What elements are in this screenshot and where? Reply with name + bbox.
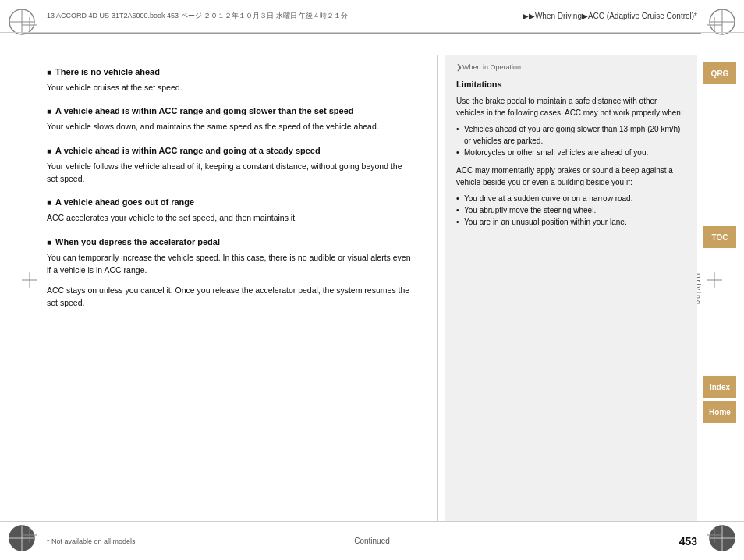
crosshair-left-middle [22, 272, 37, 288]
right-bullet-1-0: Vehicles ahead of you are going slower t… [456, 123, 686, 147]
page-header: 13 ACCORD 4D US-31T2A6000.book 453 ページ ２… [0, 0, 744, 33]
column-divider [437, 55, 438, 521]
section-out-of-range-title: A vehicle ahead goes out of range [47, 196, 413, 209]
right-mid-text: ACC may momentarily apply brakes or soun… [456, 165, 686, 188]
header-meta: 13 ACCORD 4D US-31T2A6000.book 453 ページ ２… [47, 11, 348, 21]
acc-note: ACC stays on unless you cancel it. Once … [47, 284, 413, 310]
section-steady-speed: A vehicle ahead is within ACC range and … [47, 144, 413, 186]
section-no-vehicle-body: Your vehicle cruises at the set speed. [47, 81, 413, 94]
section-slower-speed-title: A vehicle ahead is within ACC range and … [47, 105, 413, 118]
right-bullet-1-1: Motorcycles or other small vehicles are … [456, 147, 686, 158]
section-steady-speed-body: Your vehicle follows the vehicle ahead o… [47, 160, 413, 186]
section-no-vehicle-title: There is no vehicle ahead [47, 66, 413, 79]
sidebar-nav: QRG [703, 62, 744, 86]
section-out-of-range-body: ACC accelerates your vehicle to the set … [47, 211, 413, 224]
right-intro: Use the brake pedal to maintain a safe d… [456, 95, 686, 119]
sidebar-item-home[interactable]: Home [703, 401, 736, 423]
right-bullets-1: Vehicles ahead of you are going slower t… [456, 123, 686, 158]
right-bullets-2: You drive at a sudden curve or on a narr… [456, 193, 686, 228]
right-column: ❯When in Operation Limitations Use the b… [445, 55, 697, 521]
left-column: There is no vehicle ahead Your vehicle c… [47, 55, 429, 521]
page-number: 453 [679, 535, 697, 548]
right-section-label: ❯When in Operation [456, 62, 686, 73]
section-no-vehicle: There is no vehicle ahead Your vehicle c… [47, 66, 413, 94]
footer-note: * Not available on all models [47, 537, 136, 545]
section-accelerator-title: When you depress the accelerator pedal [47, 236, 413, 249]
section-slower-speed-body: Your vehicle slows down, and maintains t… [47, 120, 413, 133]
main-content: There is no vehicle ahead Your vehicle c… [47, 55, 697, 521]
right-heading: Limitations [456, 78, 686, 91]
section-accelerator: When you depress the accelerator pedal Y… [47, 236, 413, 277]
sidebar-item-index[interactable]: Index [703, 376, 736, 398]
section-out-of-range: A vehicle ahead goes out of range ACC ac… [47, 196, 413, 224]
footer-continued: Continued [354, 537, 390, 545]
sidebar-item-toc[interactable]: TOC [703, 226, 736, 248]
section-accelerator-body: You can temporarily increase the vehicle… [47, 251, 413, 277]
section-steady-speed-title: A vehicle ahead is within ACC range and … [47, 144, 413, 158]
section-slower-speed: A vehicle ahead is within ACC range and … [47, 105, 413, 133]
right-bullet-2-2: You are in an unusual position within yo… [456, 216, 686, 228]
sidebar-nav-bottom: TOC Index Home [703, 226, 736, 424]
right-bullet-2-1: You abruptly move the steering wheel. [456, 204, 686, 216]
breadcrumb: ▶▶When Driving▶ACC (Adaptive Cruise Cont… [523, 12, 697, 20]
right-bullet-2-0: You drive at a sudden curve or on a narr… [456, 193, 686, 204]
page-footer: * Not available on all models Continued … [0, 521, 744, 560]
header-divider [23, 33, 701, 34]
sidebar-item-qrg[interactable]: QRG [703, 62, 736, 84]
